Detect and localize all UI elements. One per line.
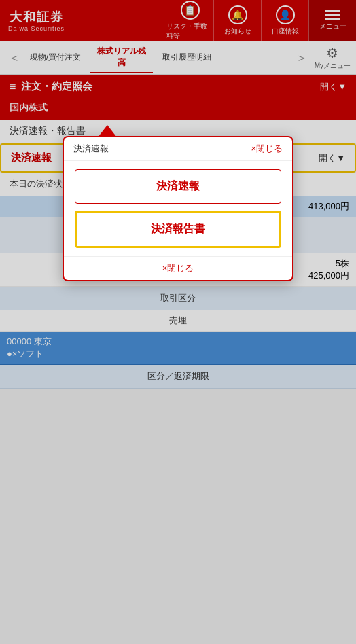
popup-header: 決済速報 ×閉じる: [64, 137, 292, 161]
popup-close-bottom-button[interactable]: ×閉じる: [64, 256, 292, 280]
popup-box: 決済速報 ×閉じる 決済速報 決済報告書 ×閉じる: [63, 136, 293, 281]
popup-close-top-button[interactable]: ×閉じる: [251, 143, 283, 155]
popup-body: 決済速報 決済報告書: [64, 161, 292, 256]
popup-header-label: 決済速報: [73, 143, 109, 155]
kessai-hokokusho-button[interactable]: 決済報告書: [75, 211, 281, 248]
callout-arrow: [98, 125, 117, 137]
kessai-sokuho-button[interactable]: 決済速報: [75, 169, 281, 204]
popup-overlay: 決済速報 ×閉じる 決済速報 決済報告書 ×閉じる: [0, 0, 356, 644]
